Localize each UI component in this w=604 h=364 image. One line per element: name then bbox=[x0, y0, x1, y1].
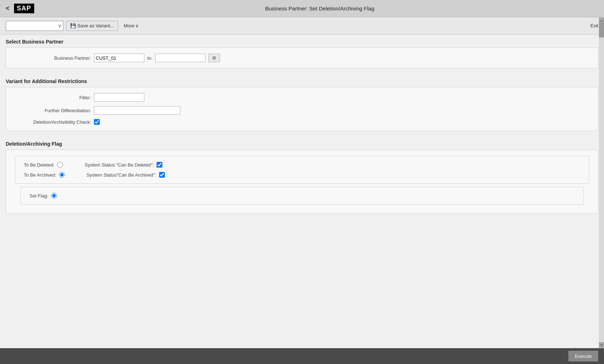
scroll-track bbox=[599, 23, 604, 342]
set-flag-field: Set Flag: bbox=[30, 193, 574, 199]
sap-logo: SAP bbox=[14, 4, 34, 13]
business-partner-label: Business Partner: bbox=[15, 55, 94, 61]
variant-restrictions-section-title: Variant for Additional Restrictions bbox=[0, 74, 604, 87]
to-be-deleted-radio[interactable] bbox=[57, 162, 63, 168]
set-flag-panel: Set Flag: bbox=[21, 187, 583, 205]
system-status-deleted-field: System Status "Can Be Deleted": bbox=[85, 162, 162, 168]
more-label: More bbox=[124, 23, 135, 28]
set-flag-label: Set Flag: bbox=[30, 193, 48, 199]
save-icon: 💾 bbox=[70, 23, 76, 28]
system-status-deleted-label: System Status "Can Be Deleted": bbox=[85, 162, 154, 168]
scroll-down-button[interactable]: ▼ bbox=[599, 342, 604, 347]
flag-row-1: To Be Deleted: System Status "Can Be Del… bbox=[24, 162, 580, 168]
bottom-bar: Execute bbox=[0, 348, 604, 364]
execute-button[interactable]: Execute bbox=[568, 351, 598, 361]
save-variant-label: Save as Variant... bbox=[77, 23, 114, 28]
to-be-archived-radio[interactable] bbox=[59, 172, 65, 178]
variant-select-wrapper[interactable]: ∨ bbox=[6, 21, 63, 31]
variant-select-arrow-icon: ∨ bbox=[57, 23, 63, 28]
more-chevron-icon: ∨ bbox=[135, 23, 139, 28]
further-diff-input[interactable] bbox=[94, 106, 180, 115]
to-be-deleted-label: To Be Deleted: bbox=[24, 162, 54, 168]
variant-select[interactable] bbox=[6, 21, 57, 31]
to-be-archived-field: To Be Archived: bbox=[24, 172, 65, 178]
scroll-up-button[interactable]: ▲ bbox=[599, 18, 604, 23]
filter-label: Filter: bbox=[15, 95, 94, 100]
more-button[interactable]: More ∨ bbox=[121, 22, 142, 30]
system-status-deleted-checkbox[interactable] bbox=[157, 162, 162, 168]
system-status-archived-label: System Status"Can Be Archived": bbox=[86, 172, 156, 178]
to-be-deleted-field: To Be Deleted: bbox=[24, 162, 63, 168]
deletion-archiving-section-title: Deletion/Archiving Flag bbox=[0, 137, 604, 150]
set-flag-radio[interactable] bbox=[51, 193, 57, 199]
variant-restrictions-panel: Filter: Further Differentiation: Deletio… bbox=[6, 87, 598, 131]
toolbar: ∨ 💾 Save as Variant... More ∨ Exit bbox=[0, 17, 604, 35]
archiv-check-checkbox[interactable] bbox=[94, 119, 100, 125]
select-bp-section-title: Select Business Partner bbox=[0, 35, 604, 47]
filter-row: Filter: bbox=[15, 93, 589, 102]
deletion-archiving-inner-box: To Be Deleted: System Status "Can Be Del… bbox=[15, 156, 589, 184]
select-bp-panel: Business Partner: to: ⊞ bbox=[6, 47, 598, 68]
exit-button[interactable]: Exit bbox=[590, 23, 598, 28]
multiselect-icon: ⊞ bbox=[212, 55, 216, 60]
scrollbar: ▲ ▼ bbox=[599, 17, 604, 348]
system-status-archived-field: System Status"Can Be Archived": bbox=[86, 172, 164, 178]
business-partner-row: Business Partner: to: ⊞ bbox=[15, 54, 589, 62]
filter-input[interactable] bbox=[94, 93, 144, 102]
scroll-thumb[interactable] bbox=[599, 23, 604, 37]
business-partner-to-input[interactable] bbox=[155, 54, 206, 62]
back-button[interactable]: < bbox=[6, 5, 10, 12]
further-diff-label: Further Differentiation: bbox=[15, 108, 94, 113]
to-be-archived-label: To Be Archived: bbox=[24, 172, 56, 178]
archiv-check-row: Deletion/Archivibility Check: bbox=[15, 119, 589, 125]
system-status-archived-checkbox[interactable] bbox=[159, 172, 165, 178]
further-diff-row: Further Differentiation: bbox=[15, 106, 589, 115]
to-label: to: bbox=[147, 55, 152, 61]
save-variant-button[interactable]: 💾 Save as Variant... bbox=[66, 21, 118, 31]
business-partner-input[interactable] bbox=[94, 54, 144, 62]
multiselect-button[interactable]: ⊞ bbox=[208, 54, 220, 62]
title-bar: < SAP Business Partner: Set Deletion/Arc… bbox=[0, 0, 604, 17]
flag-row-2: To Be Archived: System Status"Can Be Arc… bbox=[24, 172, 580, 178]
archiv-check-label: Deletion/Archivibility Check: bbox=[15, 119, 94, 125]
deletion-archiving-panel: To Be Deleted: System Status "Can Be Del… bbox=[6, 150, 598, 214]
main-content: Select Business Partner Business Partner… bbox=[0, 35, 604, 348]
page-title: Business Partner: Set Deletion/Archiving… bbox=[41, 5, 598, 12]
